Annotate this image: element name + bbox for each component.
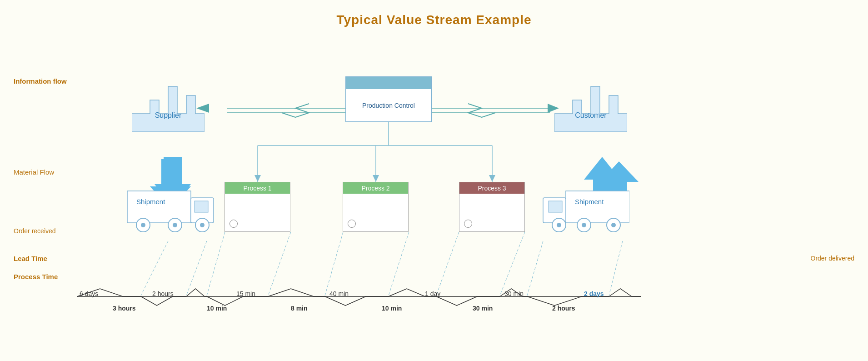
lt-val-4: 40 min [329,290,349,297]
lt-val-2: 2 hours [152,290,174,297]
info-arrow-right [432,104,559,117]
svg-marker-9 [489,175,495,182]
svg-marker-13 [554,86,627,132]
svg-point-22 [200,223,205,227]
dash-p3-l [436,232,459,296]
pt-val-4: 10 min [382,305,402,312]
p3-label: Process 3 [478,185,506,192]
svg-point-27 [557,223,561,227]
svg-point-18 [141,223,145,227]
pt-val-1: 3 hours [113,305,136,312]
shipment-right-label: Shipment [575,198,604,206]
pt-seg2 [207,296,268,306]
svg-marker-12 [132,86,205,132]
shipment-left-label: Shipment [136,198,165,206]
process2-node: Process 2 [343,182,409,232]
dash-shipment-left-r [186,241,207,296]
dash-p2-l [325,232,343,296]
pt-seg4 [436,296,500,306]
lt-val-6: 30 min [504,290,524,297]
pt-seg3 [325,296,389,306]
process1-node: Process 1 [224,182,290,232]
customer-label: Customer [554,111,627,120]
lt-val-7: 2 days [584,290,604,297]
dash-shipment-left-l [141,241,168,296]
svg-rect-16 [195,201,208,212]
lt-val-1: 6 days [80,290,98,297]
lt-val-3: 15 min [236,290,255,297]
dash-p2-r [389,232,409,296]
svg-point-31 [611,223,616,227]
shipment-right-node: Shipment [539,186,629,234]
dash-p1-r [268,232,291,296]
info-arrow-left [196,104,345,117]
svg-marker-8 [373,175,379,182]
customer-node: Customer [554,77,627,134]
svg-marker-7 [254,175,261,182]
svg-point-29 [582,223,586,227]
lt-seg6 [609,289,641,296]
svg-point-20 [173,223,177,227]
supplier-label: Supplier [132,111,205,120]
supplier-node: Supplier [132,77,205,134]
svg-rect-14 [127,191,191,223]
dash-p1-l [207,232,225,296]
pt-val-2: 10 min [207,305,227,312]
shipment-left-node: Shipment [127,186,218,234]
lt-seg3 [268,289,325,296]
pt-val-5: 30 min [473,305,493,312]
process3-node: Process 3 [459,182,525,232]
pc-label: Production Control [362,102,415,109]
dash-shipment-right-r [609,241,623,296]
dash-shipment-right-l [527,241,543,296]
lt-val-5: 1 day [425,290,440,297]
svg-rect-25 [549,201,562,212]
pt-val-3: 8 min [291,305,308,312]
page-title: Typical Value Stream Example [0,0,868,27]
production-control-node: Production Control [345,76,432,122]
pt-val-6: 2 hours [552,305,575,312]
svg-rect-23 [566,191,629,223]
diagram-area: Supplier Customer Production Control [0,36,868,361]
pt-seg1 [141,296,186,306]
p1-label: Process 1 [243,185,271,192]
lt-seg2 [186,289,207,296]
p2-label: Process 2 [361,185,389,192]
pt-seg5 [527,296,609,306]
dash-p3-r [500,232,525,296]
